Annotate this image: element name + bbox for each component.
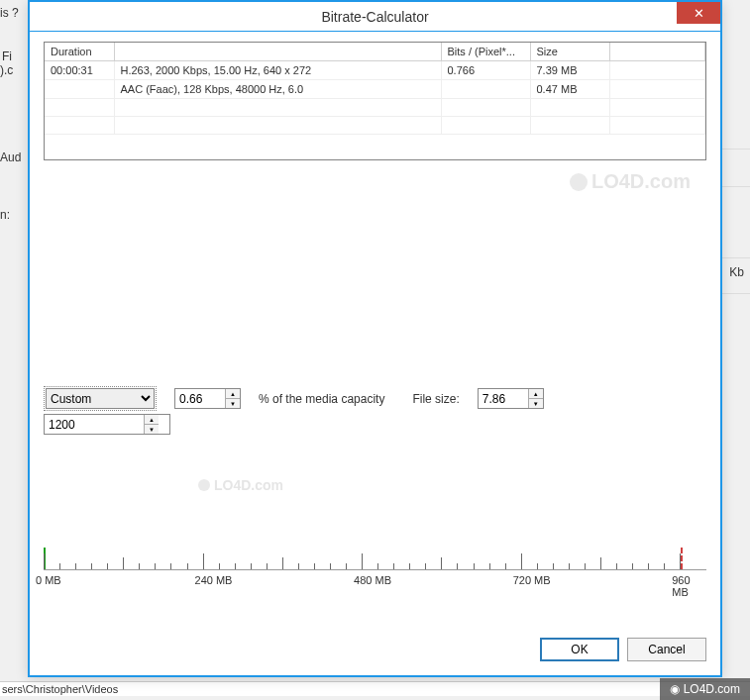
spin-down-icon[interactable]: ▼ bbox=[529, 399, 543, 408]
ruler-tick-minor bbox=[569, 563, 570, 569]
filesize-spinner[interactable]: ▲ ▼ bbox=[478, 388, 544, 409]
bitrate-spinner[interactable]: ▲ ▼ bbox=[44, 414, 170, 435]
ruler-tick-major bbox=[203, 553, 204, 569]
ruler-tick-minor bbox=[632, 563, 633, 569]
ruler-tick-minor bbox=[75, 563, 76, 569]
cell-size: 0.47 MB bbox=[530, 80, 609, 99]
ruler-tick-mid bbox=[600, 557, 601, 569]
close-icon: ✕ bbox=[694, 6, 704, 21]
ruler-tick-minor bbox=[139, 563, 140, 569]
table-row bbox=[45, 117, 705, 135]
ruler-tick-major bbox=[44, 553, 45, 569]
ruler-tick-major bbox=[521, 553, 522, 569]
cell-bits: 0.766 bbox=[441, 61, 530, 80]
bg-label-n: n: bbox=[0, 208, 10, 222]
spin-down-icon[interactable]: ▼ bbox=[145, 425, 159, 434]
ruler-tick-minor bbox=[409, 563, 410, 569]
filesize-input[interactable] bbox=[479, 389, 528, 408]
bg-label-aud: Aud bbox=[0, 150, 21, 164]
ruler-label: 240 MB bbox=[195, 574, 233, 586]
spin-up-icon[interactable]: ▲ bbox=[529, 389, 543, 399]
ruler-tick-minor bbox=[59, 563, 60, 569]
cancel-button[interactable]: Cancel bbox=[627, 638, 706, 661]
ruler-label: 960 MB bbox=[672, 574, 698, 598]
percent-label: % of the media capacity bbox=[259, 392, 384, 406]
bitrate-input[interactable] bbox=[45, 415, 144, 434]
ruler-tick-minor bbox=[393, 563, 394, 569]
cell-duration bbox=[45, 80, 114, 99]
bg-label-fi: Fi bbox=[2, 50, 12, 63]
watermark-faint: LO4D.com bbox=[198, 477, 283, 493]
ruler-tick-minor bbox=[474, 563, 475, 569]
col-size[interactable]: Size bbox=[530, 43, 609, 61]
percent-spinner[interactable]: ▲ ▼ bbox=[174, 388, 241, 409]
ruler-tick-mid bbox=[282, 557, 283, 569]
globe-icon: ◉ bbox=[670, 682, 680, 696]
ruler-tick-minor bbox=[537, 563, 538, 569]
ruler-tick-mid bbox=[123, 557, 124, 569]
ruler-tick-minor bbox=[664, 563, 665, 569]
ruler-tick-minor bbox=[648, 563, 649, 569]
ruler-tick-minor bbox=[219, 563, 220, 569]
watermark-badge: ◉ LO4D.com bbox=[660, 678, 750, 700]
spin-up-icon[interactable]: ▲ bbox=[145, 415, 159, 425]
col-duration[interactable]: Duration bbox=[45, 43, 114, 61]
cell-desc: AAC (Faac), 128 Kbps, 48000 Hz, 6.0 bbox=[114, 80, 441, 99]
bg-label-c: ).c bbox=[0, 63, 13, 77]
percent-input[interactable] bbox=[175, 389, 225, 408]
col-bits[interactable]: Bits / (Pixel*... bbox=[441, 43, 530, 61]
ruler-label: 480 MB bbox=[354, 574, 391, 586]
spin-down-icon[interactable]: ▼ bbox=[226, 399, 240, 408]
dialog-title: Bitrate-Calculator bbox=[321, 9, 428, 25]
ruler-tick-minor bbox=[298, 563, 299, 569]
cell-bits bbox=[441, 80, 530, 99]
col-spacer bbox=[609, 43, 705, 61]
ruler-tick-major bbox=[362, 553, 363, 569]
table-row[interactable]: AAC (Faac), 128 Kbps, 48000 Hz, 6.0 0.47… bbox=[45, 80, 705, 99]
ruler-tick-minor bbox=[267, 563, 268, 569]
table-row[interactable]: 00:00:31 H.263, 2000 Kbps, 15.00 Hz, 640… bbox=[45, 61, 705, 80]
size-ruler[interactable]: 0 MB240 MB480 MB720 MB960 MB bbox=[44, 549, 706, 600]
cell-desc: H.263, 2000 Kbps, 15.00 Hz, 640 x 272 bbox=[114, 61, 441, 80]
ruler-tick-major bbox=[680, 553, 681, 569]
table-row bbox=[45, 99, 705, 117]
ruler-tick-minor bbox=[330, 563, 331, 569]
streams-table: Duration Bits / (Pixel*... Size 00:00:31… bbox=[44, 42, 706, 160]
bitrate-calculator-dialog: Bitrate-Calculator ✕ Duration Bits / (Pi… bbox=[28, 0, 722, 677]
filesize-label: File size: bbox=[412, 392, 459, 406]
bg-menu-frag: is ? bbox=[0, 6, 19, 20]
close-button[interactable]: ✕ bbox=[677, 2, 720, 24]
ruler-tick-minor bbox=[553, 563, 554, 569]
bg-label-kb: Kb bbox=[729, 265, 744, 279]
ruler-tick-minor bbox=[170, 563, 171, 569]
ruler-tick-minor bbox=[616, 563, 617, 569]
ruler-label: 0 MB bbox=[36, 574, 61, 586]
ruler-max-marker bbox=[681, 548, 683, 569]
cell-duration: 00:00:31 bbox=[45, 61, 114, 80]
ruler-tick-mid bbox=[441, 557, 442, 569]
ruler-tick-minor bbox=[91, 563, 92, 569]
ruler-tick-minor bbox=[235, 563, 236, 569]
ruler-label: 720 MB bbox=[513, 574, 551, 586]
ruler-tick-minor bbox=[425, 563, 426, 569]
watermark-faint: LO4D.com bbox=[570, 170, 691, 193]
ruler-tick-minor bbox=[377, 563, 378, 569]
ok-button[interactable]: OK bbox=[540, 638, 619, 661]
col-description[interactable] bbox=[114, 43, 441, 61]
ruler-tick-minor bbox=[251, 563, 252, 569]
cell-size: 7.39 MB bbox=[530, 61, 609, 80]
ruler-tick-minor bbox=[314, 563, 315, 569]
bg-path: sers\Christopher\Videos bbox=[0, 681, 750, 696]
ruler-tick-minor bbox=[585, 563, 586, 569]
ruler-tick-minor bbox=[489, 563, 490, 569]
ruler-tick-minor bbox=[187, 563, 188, 569]
ruler-tick-minor bbox=[155, 563, 156, 569]
ruler-tick-minor bbox=[505, 563, 506, 569]
titlebar[interactable]: Bitrate-Calculator ✕ bbox=[30, 2, 720, 32]
ruler-tick-minor bbox=[457, 563, 458, 569]
spin-up-icon[interactable]: ▲ bbox=[226, 389, 240, 399]
ruler-tick-minor bbox=[346, 563, 347, 569]
preset-select[interactable]: Custom bbox=[46, 388, 155, 409]
ruler-tick-minor bbox=[107, 563, 108, 569]
